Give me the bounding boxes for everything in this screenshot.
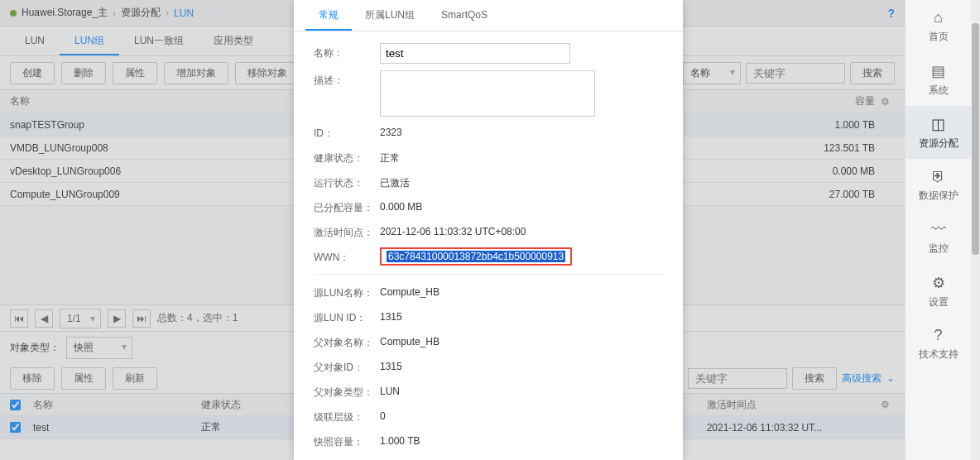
detail-value: 2021-12-06 11:03:32 UTC+08:00 xyxy=(380,223,666,237)
nav-label: 设置 xyxy=(929,295,949,309)
detail-row: 快照容量：1.000 TB xyxy=(314,432,666,450)
detail-value: 0.000 MB xyxy=(380,457,666,460)
nav-item-系统[interactable]: ▤系统 xyxy=(906,53,971,106)
detail-value: 1315 xyxy=(380,308,666,323)
detail-value: 2323 xyxy=(380,123,666,138)
detail-label: 健康状态： xyxy=(314,148,380,165)
nav-icon: ? xyxy=(934,327,942,344)
scrollbar[interactable] xyxy=(971,0,980,460)
detail-value: Compute_HB xyxy=(380,333,666,347)
detail-row: 父对象ID：1315 xyxy=(314,357,666,376)
detail-panel: 常规 所属LUN组 SmartQoS 名称：描述：ID：2323健康状态：正常运… xyxy=(294,0,683,460)
detail-value: 0.000 MB xyxy=(380,198,666,213)
detail-label: ID： xyxy=(314,123,380,141)
detail-row: 级联层级：0 xyxy=(314,407,666,425)
detail-label: 快照容量： xyxy=(314,432,380,449)
detail-label: 名称： xyxy=(314,43,380,60)
detail-row: 名称： xyxy=(314,43,666,64)
wwn-value[interactable]: 63c78431000013872bb4c1b500000913 xyxy=(387,251,565,262)
nav-icon: 〰 xyxy=(931,221,946,238)
detail-label: 父对象ID： xyxy=(314,357,380,375)
detail-label: 父对象类型： xyxy=(314,382,380,400)
detail-label: 已分配容量： xyxy=(314,198,380,215)
detail-label: 数据保护容量： xyxy=(314,457,380,460)
panel-body: 名称：描述：ID：2323健康状态：正常运行状态：已激活已分配容量：0.000 … xyxy=(294,31,683,460)
panel-tab-general[interactable]: 常规 xyxy=(305,0,352,31)
detail-row: 激活时间点：2021-12-06 11:03:32 UTC+08:00 xyxy=(314,223,666,241)
side-nav: ⌂首页▤系统◫资源分配⛨数据保护〰监控⚙设置?技术支持 xyxy=(905,0,971,460)
nav-icon: ⚙ xyxy=(932,274,945,292)
detail-row: 源LUN ID：1315 xyxy=(314,308,666,326)
detail-row: 描述： xyxy=(314,70,666,117)
desc-textarea[interactable] xyxy=(380,70,595,117)
detail-value: 已激活 xyxy=(380,173,666,190)
nav-label: 系统 xyxy=(929,84,949,98)
panel-tab-smartqos[interactable]: SmartQoS xyxy=(428,0,501,31)
nav-item-设置[interactable]: ⚙设置 xyxy=(906,265,971,318)
nav-icon: ⌂ xyxy=(934,9,943,26)
detail-label: 激活时间点： xyxy=(314,223,380,240)
nav-item-监控[interactable]: 〰监控 xyxy=(906,212,971,265)
detail-value: 正常 xyxy=(380,148,666,165)
nav-label: 技术支持 xyxy=(919,347,958,362)
detail-value: 0 xyxy=(380,407,666,422)
nav-item-数据保护[interactable]: ⛨数据保护 xyxy=(906,159,971,212)
nav-label: 首页 xyxy=(929,30,949,44)
detail-value: 1315 xyxy=(380,357,666,372)
detail-label: 源LUN名称： xyxy=(314,283,380,300)
nav-item-资源分配[interactable]: ◫资源分配 xyxy=(906,106,971,159)
detail-label: 描述： xyxy=(314,70,380,88)
detail-row: 健康状态：正常 xyxy=(314,148,666,166)
scroll-thumb[interactable] xyxy=(972,23,979,255)
detail-row: 父对象名称：Compute_HB xyxy=(314,333,666,351)
nav-item-技术支持[interactable]: ?技术支持 xyxy=(906,318,971,371)
panel-tab-lungroup[interactable]: 所属LUN组 xyxy=(352,0,428,31)
detail-label: WWN： xyxy=(314,247,380,265)
detail-row: 已分配容量：0.000 MB xyxy=(314,198,666,216)
detail-value: 1.000 TB xyxy=(380,432,666,447)
detail-value: LUN xyxy=(380,382,666,397)
detail-row: 数据保护容量：0.000 MB xyxy=(314,457,666,460)
name-input[interactable] xyxy=(380,43,570,64)
detail-row: ID：2323 xyxy=(314,123,666,141)
nav-icon: ⛨ xyxy=(931,168,946,185)
detail-label: 源LUN ID： xyxy=(314,308,380,325)
detail-label: 级联层级： xyxy=(314,407,380,424)
detail-row: WWN：63c78431000013872bb4c1b500000913 xyxy=(314,247,666,266)
detail-row: 运行状态：已激活 xyxy=(314,173,666,191)
nav-icon: ◫ xyxy=(931,115,945,133)
nav-item-首页[interactable]: ⌂首页 xyxy=(906,0,971,53)
detail-value: Compute_HB xyxy=(380,283,666,298)
detail-row: 源LUN名称：Compute_HB xyxy=(314,283,666,301)
detail-row: 父对象类型：LUN xyxy=(314,382,666,400)
detail-label: 父对象名称： xyxy=(314,333,380,350)
nav-label: 数据保护 xyxy=(919,189,958,203)
nav-icon: ▤ xyxy=(931,62,945,80)
detail-label: 运行状态： xyxy=(314,173,380,190)
nav-label: 监控 xyxy=(929,242,949,256)
nav-label: 资源分配 xyxy=(919,137,958,151)
panel-tabs: 常规 所属LUN组 SmartQoS xyxy=(294,0,683,31)
